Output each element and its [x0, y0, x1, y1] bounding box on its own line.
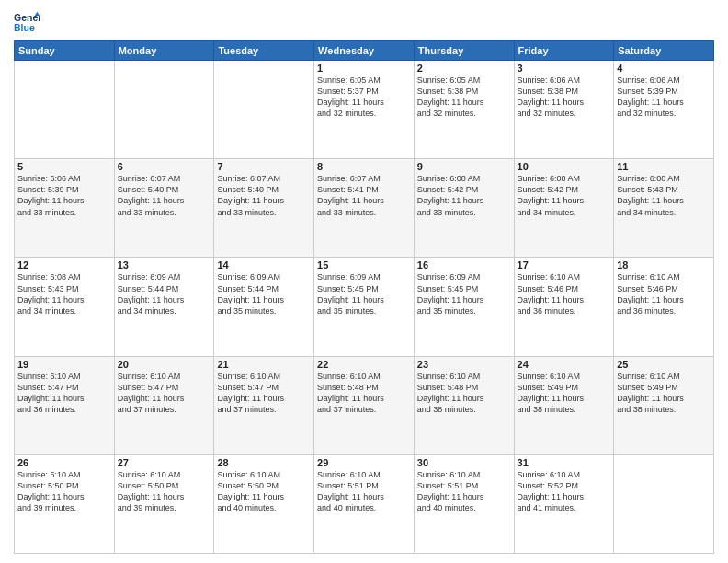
day-info: Sunrise: 6:10 AM Sunset: 5:51 PM Dayligh…: [317, 469, 411, 514]
day-info: Sunrise: 6:09 AM Sunset: 5:44 PM Dayligh…: [217, 271, 311, 316]
day-info: Sunrise: 6:10 AM Sunset: 5:46 PM Dayligh…: [518, 271, 611, 316]
day-info: Sunrise: 6:10 AM Sunset: 5:50 PM Dayligh…: [217, 469, 311, 514]
day-number: 15: [317, 259, 411, 270]
day-number: 26: [17, 457, 111, 468]
calendar-week-row: 12Sunrise: 6:08 AM Sunset: 5:43 PM Dayli…: [15, 258, 714, 356]
day-number: 4: [617, 63, 711, 74]
calendar-table: SundayMondayTuesdayWednesdayThursdayFrid…: [14, 40, 714, 554]
logo: General Blue: [14, 9, 43, 35]
calendar-cell: 18Sunrise: 6:10 AM Sunset: 5:46 PM Dayli…: [614, 258, 714, 356]
calendar-cell: 4Sunrise: 6:06 AM Sunset: 5:39 PM Daylig…: [614, 61, 714, 159]
day-number: 22: [317, 359, 411, 370]
day-info: Sunrise: 6:10 AM Sunset: 5:49 PM Dayligh…: [617, 371, 711, 416]
day-number: 30: [417, 457, 511, 468]
day-info: Sunrise: 6:06 AM Sunset: 5:39 PM Dayligh…: [17, 173, 111, 218]
calendar-cell: [114, 61, 214, 159]
calendar-cell: 12Sunrise: 6:08 AM Sunset: 5:43 PM Dayli…: [15, 258, 115, 356]
day-number: 28: [217, 457, 311, 468]
calendar-cell: 15Sunrise: 6:09 AM Sunset: 5:45 PM Dayli…: [314, 258, 415, 356]
calendar-cell: [214, 61, 314, 159]
day-info: Sunrise: 6:10 AM Sunset: 5:50 PM Dayligh…: [17, 469, 111, 514]
day-info: Sunrise: 6:10 AM Sunset: 5:47 PM Dayligh…: [118, 371, 211, 416]
day-info: Sunrise: 6:10 AM Sunset: 5:47 PM Dayligh…: [17, 371, 111, 416]
page: General Blue SundayMondayTuesdayWednesda…: [0, 0, 728, 563]
day-number: 5: [17, 161, 111, 172]
weekday-header-friday: Friday: [514, 41, 614, 61]
day-number: 6: [118, 161, 211, 172]
calendar-cell: 2Sunrise: 6:05 AM Sunset: 5:38 PM Daylig…: [414, 61, 514, 159]
calendar-cell: 31Sunrise: 6:10 AM Sunset: 5:52 PM Dayli…: [514, 454, 614, 553]
day-info: Sunrise: 6:06 AM Sunset: 5:39 PM Dayligh…: [617, 75, 711, 120]
day-number: 21: [217, 359, 311, 370]
day-number: 1: [317, 63, 411, 74]
calendar-cell: 17Sunrise: 6:10 AM Sunset: 5:46 PM Dayli…: [514, 258, 614, 356]
calendar-cell: 20Sunrise: 6:10 AM Sunset: 5:47 PM Dayli…: [114, 356, 214, 454]
day-number: 20: [118, 359, 211, 370]
calendar-cell: 26Sunrise: 6:10 AM Sunset: 5:50 PM Dayli…: [15, 454, 115, 553]
weekday-header-sunday: Sunday: [15, 41, 115, 61]
day-number: 29: [317, 457, 411, 468]
calendar-cell: 13Sunrise: 6:09 AM Sunset: 5:44 PM Dayli…: [114, 258, 214, 356]
calendar-week-row: 19Sunrise: 6:10 AM Sunset: 5:47 PM Dayli…: [15, 356, 714, 454]
day-info: Sunrise: 6:05 AM Sunset: 5:38 PM Dayligh…: [417, 75, 511, 120]
day-number: 11: [617, 161, 711, 172]
calendar-cell: 25Sunrise: 6:10 AM Sunset: 5:49 PM Dayli…: [614, 356, 714, 454]
weekday-header-saturday: Saturday: [614, 41, 714, 61]
calendar-cell: 14Sunrise: 6:09 AM Sunset: 5:44 PM Dayli…: [214, 258, 314, 356]
header: General Blue: [14, 9, 714, 35]
calendar-cell: [614, 454, 714, 553]
day-info: Sunrise: 6:09 AM Sunset: 5:44 PM Dayligh…: [118, 271, 211, 316]
day-info: Sunrise: 6:09 AM Sunset: 5:45 PM Dayligh…: [417, 271, 511, 316]
day-info: Sunrise: 6:10 AM Sunset: 5:50 PM Dayligh…: [118, 469, 211, 514]
calendar-cell: 5Sunrise: 6:06 AM Sunset: 5:39 PM Daylig…: [15, 159, 115, 258]
day-number: 8: [317, 161, 411, 172]
calendar-cell: 30Sunrise: 6:10 AM Sunset: 5:51 PM Dayli…: [414, 454, 514, 553]
day-info: Sunrise: 6:10 AM Sunset: 5:46 PM Dayligh…: [617, 271, 711, 316]
calendar-cell: 21Sunrise: 6:10 AM Sunset: 5:47 PM Dayli…: [214, 356, 314, 454]
calendar-cell: 1Sunrise: 6:05 AM Sunset: 5:37 PM Daylig…: [314, 61, 415, 159]
weekday-header-tuesday: Tuesday: [214, 41, 314, 61]
weekday-header-monday: Monday: [114, 41, 214, 61]
calendar-cell: 10Sunrise: 6:08 AM Sunset: 5:42 PM Dayli…: [514, 159, 614, 258]
logo-icon: General Blue: [14, 9, 40, 35]
day-info: Sunrise: 6:08 AM Sunset: 5:42 PM Dayligh…: [518, 173, 611, 218]
day-number: 7: [217, 161, 311, 172]
calendar-cell: 22Sunrise: 6:10 AM Sunset: 5:48 PM Dayli…: [314, 356, 415, 454]
calendar-cell: 6Sunrise: 6:07 AM Sunset: 5:40 PM Daylig…: [114, 159, 214, 258]
calendar-week-row: 1Sunrise: 6:05 AM Sunset: 5:37 PM Daylig…: [15, 61, 714, 159]
calendar-cell: [15, 61, 115, 159]
calendar-cell: 3Sunrise: 6:06 AM Sunset: 5:38 PM Daylig…: [514, 61, 614, 159]
day-number: 25: [617, 359, 711, 370]
day-number: 3: [518, 63, 611, 74]
day-number: 13: [118, 259, 211, 270]
calendar-cell: 7Sunrise: 6:07 AM Sunset: 5:40 PM Daylig…: [214, 159, 314, 258]
day-info: Sunrise: 6:08 AM Sunset: 5:43 PM Dayligh…: [617, 173, 711, 218]
day-number: 12: [17, 259, 111, 270]
day-info: Sunrise: 6:10 AM Sunset: 5:48 PM Dayligh…: [417, 371, 511, 416]
day-info: Sunrise: 6:09 AM Sunset: 5:45 PM Dayligh…: [317, 271, 411, 316]
day-info: Sunrise: 6:08 AM Sunset: 5:42 PM Dayligh…: [417, 173, 511, 218]
calendar-cell: 16Sunrise: 6:09 AM Sunset: 5:45 PM Dayli…: [414, 258, 514, 356]
calendar-cell: 23Sunrise: 6:10 AM Sunset: 5:48 PM Dayli…: [414, 356, 514, 454]
calendar-cell: 8Sunrise: 6:07 AM Sunset: 5:41 PM Daylig…: [314, 159, 415, 258]
calendar-week-row: 5Sunrise: 6:06 AM Sunset: 5:39 PM Daylig…: [15, 159, 714, 258]
weekday-header-wednesday: Wednesday: [314, 41, 415, 61]
calendar-cell: 11Sunrise: 6:08 AM Sunset: 5:43 PM Dayli…: [614, 159, 714, 258]
calendar-week-row: 26Sunrise: 6:10 AM Sunset: 5:50 PM Dayli…: [15, 454, 714, 553]
svg-text:Blue: Blue: [14, 22, 35, 33]
calendar-cell: 29Sunrise: 6:10 AM Sunset: 5:51 PM Dayli…: [314, 454, 415, 553]
day-number: 10: [518, 161, 611, 172]
day-number: 17: [518, 259, 611, 270]
day-info: Sunrise: 6:08 AM Sunset: 5:43 PM Dayligh…: [17, 271, 111, 316]
day-number: 31: [518, 457, 611, 468]
day-number: 19: [17, 359, 111, 370]
day-number: 16: [417, 259, 511, 270]
day-number: 9: [417, 161, 511, 172]
day-info: Sunrise: 6:10 AM Sunset: 5:48 PM Dayligh…: [317, 371, 411, 416]
day-info: Sunrise: 6:10 AM Sunset: 5:52 PM Dayligh…: [518, 469, 611, 514]
calendar-cell: 9Sunrise: 6:08 AM Sunset: 5:42 PM Daylig…: [414, 159, 514, 258]
day-number: 2: [417, 63, 511, 74]
calendar-header-row: SundayMondayTuesdayWednesdayThursdayFrid…: [15, 41, 714, 61]
day-number: 23: [417, 359, 511, 370]
day-number: 18: [617, 259, 711, 270]
